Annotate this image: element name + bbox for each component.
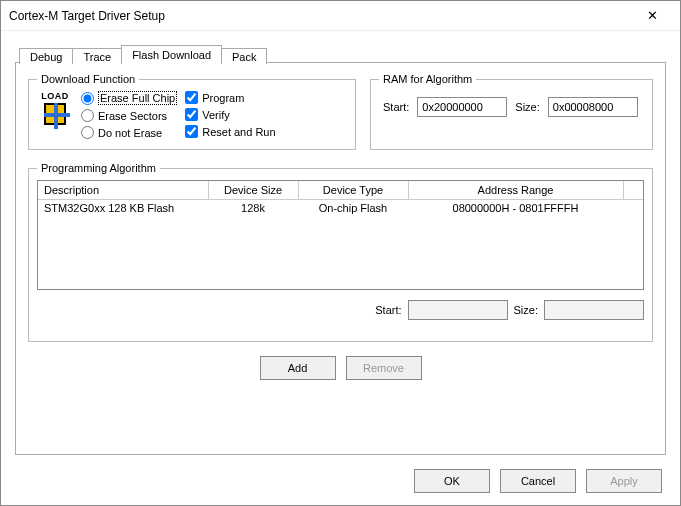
tab-body: Download Function LOAD Erase Full Chip E…: [15, 63, 666, 455]
radio-erase-full-chip[interactable]: Erase Full Chip: [81, 91, 177, 105]
tab-trace[interactable]: Trace: [72, 48, 122, 64]
ram-start-input[interactable]: [417, 97, 507, 117]
window-title: Cortex-M Target Driver Setup: [9, 9, 632, 23]
cancel-button[interactable]: Cancel: [500, 469, 576, 493]
programming-algorithm-group: Programming Algorithm Description Device…: [28, 162, 653, 342]
ram-for-algorithm-group: RAM for Algorithm Start: Size:: [370, 73, 653, 150]
alg-start-label: Start:: [375, 304, 401, 316]
download-function-legend: Download Function: [37, 73, 139, 85]
table-row[interactable]: STM32G0xx 128 KB Flash 128k On-chip Flas…: [38, 199, 643, 216]
chip-icon: [44, 103, 66, 125]
ram-start-label: Start:: [383, 101, 409, 113]
ram-size-input[interactable]: [548, 97, 638, 117]
col-device-size[interactable]: Device Size: [208, 181, 298, 199]
erase-mode-radios: Erase Full Chip Erase Sectors Do not Era…: [81, 91, 177, 139]
titlebar: Cortex-M Target Driver Setup ✕: [1, 1, 680, 31]
ram-size-label: Size:: [515, 101, 539, 113]
alg-size-label: Size:: [514, 304, 538, 316]
algorithm-table-wrap: Description Device Size Device Type Addr…: [37, 180, 644, 290]
action-checkboxes: Program Verify Reset and Run: [185, 91, 275, 138]
radio-erase-sectors[interactable]: Erase Sectors: [81, 109, 177, 122]
load-icon: LOAD: [37, 91, 73, 125]
tab-debug[interactable]: Debug: [19, 48, 73, 64]
algorithm-table[interactable]: Description Device Size Device Type Addr…: [38, 181, 643, 216]
col-device-type[interactable]: Device Type: [298, 181, 408, 199]
check-reset-and-run[interactable]: Reset and Run: [185, 125, 275, 138]
tab-flash-download[interactable]: Flash Download: [121, 45, 222, 63]
client-area: Debug Trace Flash Download Pack Download…: [1, 31, 680, 455]
dialog-footer: OK Cancel Apply: [414, 469, 662, 493]
check-program[interactable]: Program: [185, 91, 275, 104]
add-button[interactable]: Add: [260, 356, 336, 380]
alg-size-input: [544, 300, 644, 320]
check-verify[interactable]: Verify: [185, 108, 275, 121]
col-address-range[interactable]: Address Range: [408, 181, 623, 199]
download-function-group: Download Function LOAD Erase Full Chip E…: [28, 73, 356, 150]
col-description[interactable]: Description: [38, 181, 208, 199]
ram-legend: RAM for Algorithm: [379, 73, 476, 85]
close-icon[interactable]: ✕: [632, 8, 672, 23]
dialog-window: Cortex-M Target Driver Setup ✕ Debug Tra…: [0, 0, 681, 506]
ok-button[interactable]: OK: [414, 469, 490, 493]
radio-do-not-erase[interactable]: Do not Erase: [81, 126, 177, 139]
apply-button: Apply: [586, 469, 662, 493]
alg-start-input: [408, 300, 508, 320]
remove-button: Remove: [346, 356, 422, 380]
tab-strip: Debug Trace Flash Download Pack: [15, 41, 666, 63]
programming-algorithm-legend: Programming Algorithm: [37, 162, 160, 174]
tab-pack[interactable]: Pack: [221, 48, 267, 64]
